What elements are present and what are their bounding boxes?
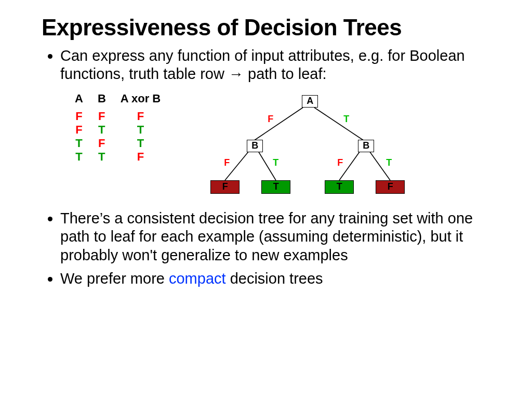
tree-edge-label-t: T [273,157,278,168]
figure-row: A B A xor B F F F F T T [68,93,501,202]
cell-xor: F [113,150,168,164]
tree-leaf: F [210,180,240,194]
col-header-xor: A xor B [113,93,168,110]
tree-edge-label-t: T [386,157,392,168]
cell-xor: F [113,110,168,123]
bullet-list-top: Can express any function of input attrib… [42,47,501,84]
tree-node-right: B [358,140,374,152]
bullet-item-1: Can express any function of input attrib… [60,47,501,84]
tree-edge-label-f: F [268,114,273,125]
truth-table: A B A xor B F F F F T T [68,93,168,164]
decision-tree-diagram: A B B F T F T F T F T T F [199,93,417,202]
col-header-a: A [68,93,90,110]
cell-xor: T [113,137,168,150]
col-header-b: B [90,93,113,110]
cell-a: F [68,123,90,137]
tree-leaf: F [376,180,405,194]
table-row: F T T [68,123,168,137]
cell-b: F [90,137,113,150]
bullet3-compact-word: compact [169,270,226,287]
bullet3-prefix: We prefer more [60,270,169,287]
bullet-list-bottom: There’s a consistent decision tree for a… [42,209,501,288]
tree-edge-label-f: F [224,157,230,168]
svg-line-0 [254,108,303,141]
bullet3-suffix: decision trees [226,270,323,287]
cell-a: T [68,150,90,164]
tree-edge-label-t: T [343,114,349,125]
bullet-item-3: We prefer more compact decision trees [60,270,501,288]
cell-b: F [90,110,113,123]
cell-b: T [90,150,113,164]
tree-node-left: B [247,140,263,152]
cell-a: T [68,137,90,150]
cell-a: F [68,110,90,123]
cell-xor: T [113,123,168,137]
slide-title: Expressiveness of Decision Trees [42,15,501,41]
svg-line-1 [314,108,364,141]
table-header-row: A B A xor B [68,93,168,110]
tree-leaf: T [261,180,290,194]
table-row: F F F [68,110,168,123]
tree-node-root: A [302,95,318,108]
slide-content: Expressiveness of Decision Trees Can exp… [0,0,532,303]
table-row: T F T [68,137,168,150]
tree-edge-label-f: F [337,157,343,168]
tree-leaf: T [325,180,354,194]
cell-b: T [90,123,113,137]
table-row: T T F [68,150,168,164]
bullet-item-2: There’s a consistent decision tree for a… [60,209,501,264]
